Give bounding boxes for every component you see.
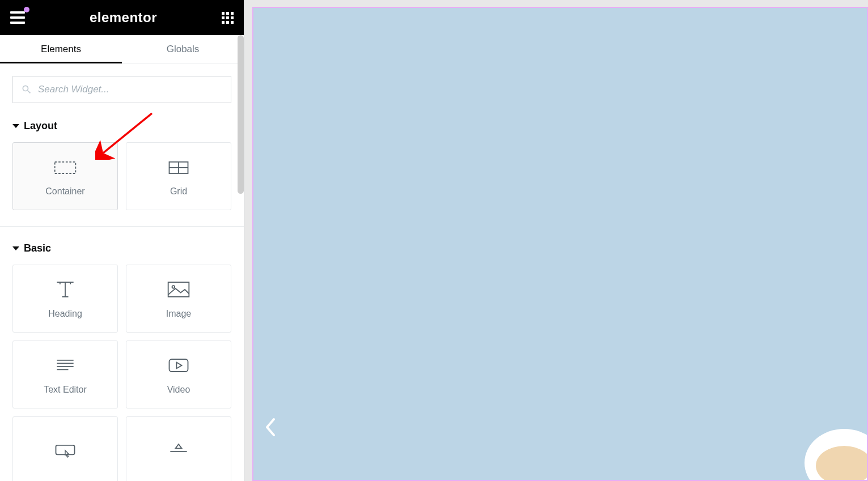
button-icon (53, 439, 78, 462)
widget-button[interactable]: Button (12, 416, 118, 481)
canvas-frame[interactable] (252, 7, 868, 481)
widget-label: Container (45, 186, 84, 197)
svg-point-5 (172, 286, 175, 288)
widget-label: Video (167, 385, 190, 395)
svg-marker-13 (176, 444, 182, 448)
video-icon (166, 354, 191, 377)
widget-label: Text Editor (44, 385, 87, 395)
widget-label: Heading (48, 309, 82, 319)
section-toggle-layout[interactable]: Layout (12, 120, 231, 132)
tab-elements[interactable]: Elements (0, 35, 122, 63)
sidebar-body: Layout Container Grid (0, 63, 244, 481)
sidebar-tabs: Elements Globals (0, 35, 244, 63)
section-toggle-basic[interactable]: Basic (12, 242, 231, 254)
sidebar-header: elementor (0, 0, 244, 35)
caret-down-icon (12, 124, 19, 128)
text-editor-icon (53, 354, 78, 377)
caret-down-icon (12, 246, 19, 250)
search-input[interactable] (38, 84, 223, 95)
widget-divider[interactable]: Divider (126, 416, 231, 481)
brand-logo: elementor (90, 10, 157, 25)
decorative-blob (816, 446, 868, 481)
widget-label: Image (166, 309, 191, 319)
container-icon (53, 156, 78, 178)
tab-globals[interactable]: Globals (122, 35, 244, 63)
canvas-area (244, 0, 868, 481)
svg-rect-0 (55, 162, 76, 173)
grid-icon (166, 156, 191, 178)
slider-prev-button[interactable] (264, 417, 277, 440)
section-divider (0, 226, 244, 227)
widget-text-editor[interactable]: Text Editor (12, 340, 118, 408)
search-widget-wrap (12, 76, 231, 103)
divider-icon (166, 439, 191, 462)
heading-icon (53, 278, 78, 301)
app-root: elementor Elements Globals Layout (0, 0, 868, 481)
apps-grid-button[interactable] (222, 12, 234, 24)
search-icon (21, 84, 32, 95)
svg-rect-4 (168, 282, 189, 297)
svg-marker-11 (176, 363, 181, 369)
chevron-left-icon (264, 417, 277, 437)
section-title-label: Layout (24, 120, 57, 132)
svg-rect-10 (170, 359, 188, 372)
widget-heading[interactable]: Heading (12, 265, 118, 333)
widget-video[interactable]: Video (126, 340, 231, 408)
widget-container[interactable]: Container (12, 142, 118, 210)
editor-sidebar: elementor Elements Globals Layout (0, 0, 244, 481)
section-title-label: Basic (24, 242, 51, 254)
widget-grid[interactable]: Grid (126, 142, 231, 210)
widget-label: Grid (170, 186, 187, 197)
widget-image[interactable]: Image (126, 265, 231, 333)
basic-widget-grid: Heading Image Text Editor (12, 265, 231, 481)
layout-widget-grid: Container Grid (12, 142, 231, 210)
image-icon (166, 278, 191, 301)
notification-dot-icon (24, 7, 29, 12)
sidebar-scrollbar[interactable] (238, 35, 244, 194)
menu-button[interactable] (10, 11, 25, 24)
